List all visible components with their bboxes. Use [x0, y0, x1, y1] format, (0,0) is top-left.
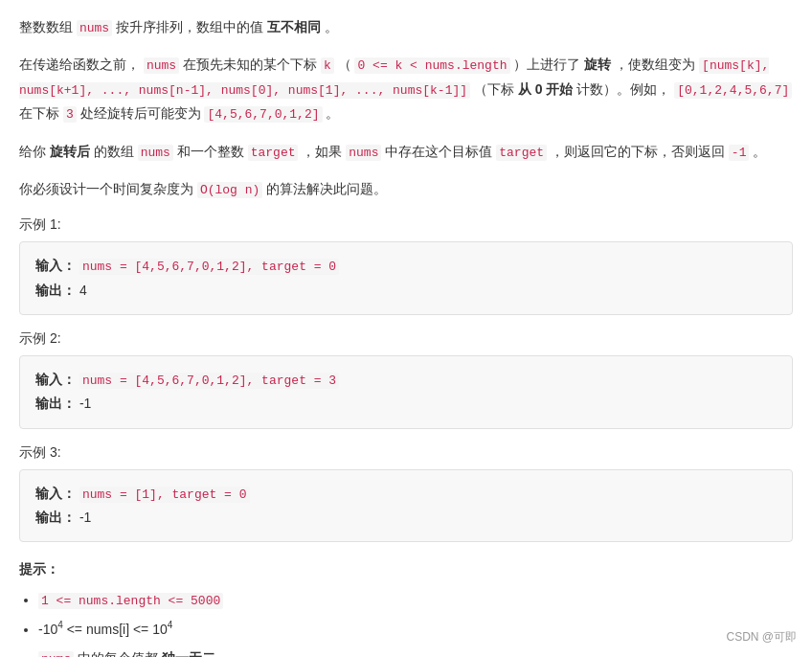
example2-output-line: 输出： -1: [35, 392, 777, 416]
example2-output-value: -1: [79, 396, 91, 411]
example1-title: 示例 1:: [19, 216, 793, 234]
example3-output-value: -1: [79, 510, 91, 525]
example3-box: 输入： nums = [1], target = 0 输出： -1: [19, 469, 793, 543]
hint-text-3a: 中的每个值都: [78, 650, 162, 657]
brand-text: CSDN @可即: [726, 630, 797, 644]
hints-title: 提示：: [19, 561, 793, 578]
code-complexity: O(log n): [197, 182, 262, 198]
text-complexity-1: 你必须设计一个时间复杂度为: [19, 181, 197, 196]
example2-input-line: 输入： nums = [4,5,6,7,0,1,2], target = 3: [35, 368, 777, 392]
code-neg-one: -1: [729, 145, 750, 161]
hint-item-1: 1 <= nums.length <= 5000: [38, 586, 793, 614]
paragraph-task: 给你 旋转后 的数组 nums 和一个整数 target ，如果 nums 中存…: [19, 140, 793, 164]
paragraph-complexity: 你必须设计一个时间复杂度为 O(log n) 的算法解决此问题。: [19, 177, 793, 201]
example2-box: 输入： nums = [4,5,6,7,0,1,2], target = 3 输…: [19, 355, 793, 429]
example3-output-label: 输出：: [35, 510, 76, 525]
example1-output-label: 输出：: [35, 283, 76, 298]
example3-output-line: 输出： -1: [35, 506, 777, 530]
example2-title: 示例 2:: [19, 330, 793, 348]
text-rotate-2: 在预先未知的某个下标: [183, 57, 321, 72]
text-intro-bold: 互不相同: [267, 19, 321, 34]
text-task-7: 。: [753, 144, 766, 159]
hint-code-1: 1 <= nums.length <= 5000: [38, 593, 223, 609]
text-rotated-bold: 旋转后: [50, 144, 90, 159]
hints-section: 提示： 1 <= nums.length <= 5000 -104 <= num…: [19, 561, 793, 657]
hint-item-2: -104 <= nums[i] <= 104: [38, 616, 793, 643]
text-task-4: ，如果: [302, 144, 346, 159]
paragraph-rotate: 在传递给函数之前， nums 在预先未知的某个下标 k （ 0 <= k < n…: [19, 53, 793, 125]
code-nums-3: nums: [138, 145, 173, 161]
text-intro-1: 整数数组: [19, 19, 77, 34]
text-intro-2: 按升序排列，数组中的值: [116, 19, 267, 34]
hint-text-2b: <= nums[i] <= 10: [67, 622, 168, 637]
example1-input-label: 输入：: [35, 258, 76, 273]
text-rotate-4: ）上进行了: [513, 57, 584, 72]
text-from-zero-bold: 从 0 开始: [518, 81, 574, 97]
example3-input-value: nums = [1], target = 0: [79, 487, 250, 503]
hints-list: 1 <= nums.length <= 5000 -104 <= nums[i]…: [19, 586, 793, 657]
text-task-3: 和一个整数: [177, 144, 248, 159]
example3-title: 示例 3:: [19, 444, 793, 462]
text-task-5: 中存在这个目标值: [385, 144, 496, 159]
example2-input-label: 输入：: [35, 372, 76, 387]
example1-input-value: nums = [4,5,6,7,0,1,2], target = 0: [79, 259, 339, 275]
text-rotate-6: （下标: [474, 81, 518, 97]
hint-sup-2a: 4: [57, 620, 63, 630]
code-range: 0 <= k < nums.length: [354, 57, 509, 74]
code-k: k: [321, 57, 334, 74]
example2-input-value: nums = [4,5,6,7,0,1,2], target = 3: [79, 373, 339, 389]
text-rotate-9: 处经旋转后可能变为: [80, 105, 205, 121]
example1-output-line: 输出： 4: [35, 279, 777, 303]
hint-sup-2b: 4: [168, 620, 173, 630]
example3-input-line: 输入： nums = [1], target = 0: [35, 482, 777, 506]
text-complexity-2: 的算法解决此问题。: [266, 181, 387, 196]
text-intro-3: 。: [325, 19, 338, 34]
example1-box: 输入： nums = [4,5,6,7,0,1,2], target = 0 输…: [19, 241, 793, 315]
text-task-6: ，则返回它的下标，否则返回: [551, 144, 729, 159]
code-nums-2: nums: [144, 57, 179, 74]
text-rotate-5: ，使数组变为: [615, 57, 699, 72]
example1-output-value: 4: [79, 283, 87, 298]
example2-output-label: 输出：: [35, 396, 76, 411]
text-task-2: 的数组: [94, 144, 138, 159]
hint-code-3: nums: [38, 651, 74, 657]
text-rotate-7: 计数）。例如，: [576, 81, 670, 97]
code-rotated-array: [4,5,6,7,0,1,2]: [204, 106, 322, 123]
text-rotate-3: （: [338, 57, 351, 72]
code-example-array: [0,1,2,4,5,6,7]: [674, 82, 792, 99]
code-target-2: target: [496, 145, 547, 161]
example1-input-line: 输入： nums = [4,5,6,7,0,1,2], target = 0: [35, 254, 777, 278]
paragraph-intro: 整数数组 nums 按升序排列，数组中的值 互不相同 。: [19, 15, 793, 39]
code-index-3: 3: [63, 106, 77, 123]
example3-input-label: 输入：: [35, 486, 76, 501]
code-target-1: target: [248, 145, 299, 161]
main-content: 整数数组 nums 按升序排列，数组中的值 互不相同 。 在传递给函数之前， n…: [19, 15, 793, 657]
code-nums-4: nums: [346, 145, 381, 161]
text-task-1: 给你: [19, 144, 50, 159]
text-rotate-8: 在下标: [19, 105, 63, 121]
text-rotate-bold: 旋转: [584, 57, 611, 72]
text-rotate-10: 。: [326, 105, 339, 121]
hint-item-3: nums 中的每个值都 独一无二: [38, 645, 793, 657]
text-rotate-1: 在传递给函数之前，: [19, 57, 140, 72]
hint-text-2a: -10: [38, 622, 57, 637]
hint-bold-3: 独一无二: [162, 650, 215, 657]
footer-brand: CSDN @可即: [726, 629, 797, 646]
code-nums-1: nums: [77, 20, 112, 36]
